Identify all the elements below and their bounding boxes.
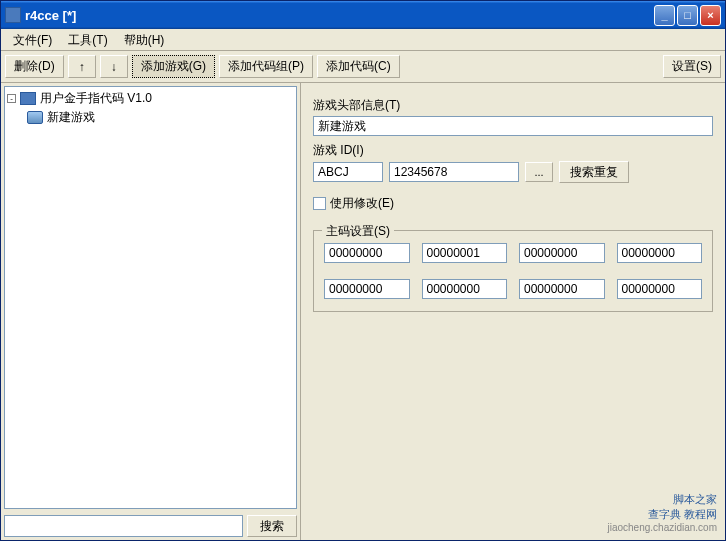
game-id-field-1[interactable] <box>313 162 383 182</box>
toolbar: 删除(D) ↑ ↓ 添加游戏(G) 添加代码组(P) 添加代码(C) 设置(S) <box>1 51 725 83</box>
app-icon <box>5 7 21 23</box>
menubar: 文件(F) 工具(T) 帮助(H) <box>1 29 725 51</box>
db-icon <box>20 92 36 105</box>
move-up-button[interactable]: ↑ <box>68 55 96 78</box>
master-code-fieldset: 主码设置(S) <box>313 230 713 312</box>
master-code-4[interactable] <box>617 243 703 263</box>
master-code-8[interactable] <box>617 279 703 299</box>
watermark: 脚本之家 查字典 教程网 jiaocheng.chazidian.com <box>607 492 717 534</box>
master-code-3[interactable] <box>519 243 605 263</box>
tree-root[interactable]: - 用户金手指代码 V1.0 新建游戏 <box>7 89 294 127</box>
master-code-2[interactable] <box>422 243 508 263</box>
search-duplicate-button[interactable]: 搜索重复 <box>559 161 629 183</box>
header-info-label: 游戏头部信息(T) <box>313 97 713 114</box>
add-code-button[interactable]: 添加代码(C) <box>317 55 400 78</box>
titlebar: r4cce [*] _ □ × <box>1 1 725 29</box>
tree-item-label: 新建游戏 <box>47 109 95 126</box>
browse-button[interactable]: ... <box>525 162 553 182</box>
master-code-1[interactable] <box>324 243 410 263</box>
delete-button[interactable]: 删除(D) <box>5 55 64 78</box>
window-controls: _ □ × <box>654 5 721 26</box>
move-down-button[interactable]: ↓ <box>100 55 128 78</box>
menu-file[interactable]: 文件(F) <box>5 29 60 50</box>
settings-button[interactable]: 设置(S) <box>663 55 721 78</box>
use-modify-label: 使用修改(E) <box>330 195 394 212</box>
menu-help[interactable]: 帮助(H) <box>116 29 173 50</box>
code-tree[interactable]: - 用户金手指代码 V1.0 新建游戏 <box>4 86 297 509</box>
tree-search-input[interactable] <box>4 515 243 537</box>
close-button[interactable]: × <box>700 5 721 26</box>
tree-item-game[interactable]: 新建游戏 <box>27 108 294 127</box>
game-id-field-2[interactable] <box>389 162 519 182</box>
game-icon <box>27 111 43 124</box>
minimize-button[interactable]: _ <box>654 5 675 26</box>
game-id-label: 游戏 ID(I) <box>313 142 713 159</box>
tree-search-row: 搜索 <box>1 512 300 540</box>
master-code-6[interactable] <box>422 279 508 299</box>
watermark-line2: 查字典 教程网 <box>607 507 717 521</box>
watermark-url: jiaocheng.chazidian.com <box>607 521 717 534</box>
app-window: r4cce [*] _ □ × 文件(F) 工具(T) 帮助(H) 删除(D) … <box>0 0 726 541</box>
master-code-legend: 主码设置(S) <box>322 223 394 240</box>
maximize-button[interactable]: □ <box>677 5 698 26</box>
menu-tools[interactable]: 工具(T) <box>60 29 115 50</box>
master-code-5[interactable] <box>324 279 410 299</box>
tree-collapse-icon[interactable]: - <box>7 94 16 103</box>
add-code-group-button[interactable]: 添加代码组(P) <box>219 55 313 78</box>
tree-search-button[interactable]: 搜索 <box>247 515 297 537</box>
add-game-button[interactable]: 添加游戏(G) <box>132 55 215 78</box>
right-pane: 游戏头部信息(T) 游戏 ID(I) ... 搜索重复 使用修改(E) 主码设置… <box>301 83 725 540</box>
use-modify-checkbox[interactable] <box>313 197 326 210</box>
window-title: r4cce [*] <box>25 8 654 23</box>
watermark-line1: 脚本之家 <box>607 492 717 506</box>
header-info-input[interactable] <box>313 116 713 136</box>
tree-root-label: 用户金手指代码 V1.0 <box>40 90 152 107</box>
master-code-7[interactable] <box>519 279 605 299</box>
left-pane: - 用户金手指代码 V1.0 新建游戏 搜索 <box>1 83 301 540</box>
content-area: - 用户金手指代码 V1.0 新建游戏 搜索 <box>1 83 725 540</box>
